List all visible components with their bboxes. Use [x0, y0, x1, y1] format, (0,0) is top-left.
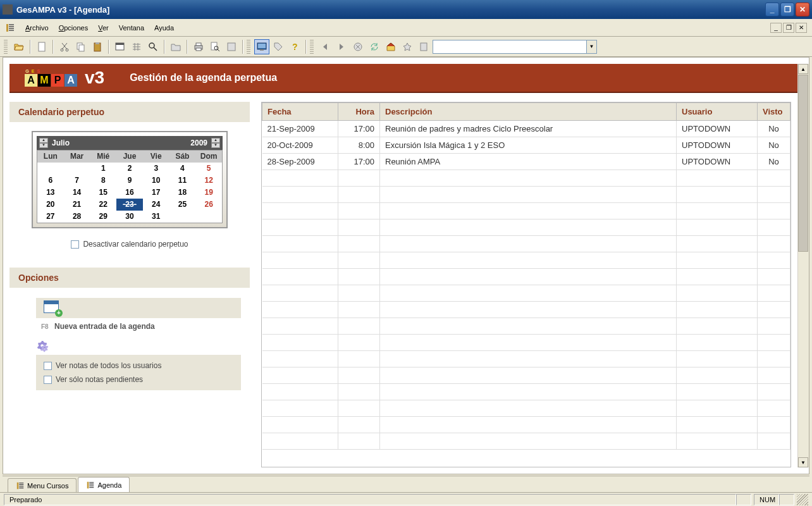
calendar-day[interactable]: 22 — [90, 199, 116, 211]
vertical-scrollbar[interactable]: ▲ ▼ — [797, 64, 809, 467]
year-spinner[interactable]: ▲ ▼ — [211, 138, 220, 148]
calendar-day[interactable]: 17 — [143, 187, 169, 199]
calendar-day[interactable]: -23- — [116, 199, 143, 211]
table-row[interactable] — [262, 302, 790, 318]
paste-button[interactable] — [90, 39, 105, 54]
table-row[interactable] — [262, 285, 790, 302]
table-row[interactable]: 20-Oct-20098:00Excursión Isla Mágica 1 y… — [262, 137, 790, 154]
tab-menu-cursos[interactable]: Menu Cursos — [8, 478, 77, 492]
tag-button[interactable] — [271, 39, 286, 54]
new-entry-button[interactable]: F8 Nueva entrada de la agenda — [41, 318, 241, 335]
calendar-day[interactable]: 25 — [169, 199, 196, 211]
table-row[interactable] — [262, 236, 790, 252]
tool-button-x[interactable] — [416, 39, 431, 54]
header-descripcion[interactable]: Descripción — [380, 103, 677, 121]
stop-button[interactable] — [350, 39, 366, 54]
table-row[interactable] — [262, 335, 790, 351]
calendar-day[interactable]: 10 — [143, 175, 169, 187]
table-row[interactable] — [262, 269, 790, 285]
tool-button-2[interactable] — [129, 39, 144, 54]
table-row[interactable] — [262, 252, 790, 269]
view-all-users-checkbox[interactable] — [44, 362, 52, 370]
menu-ayuda[interactable]: Ayuda — [149, 22, 179, 34]
scroll-thumb[interactable] — [798, 75, 808, 252]
header-hora[interactable]: Hora — [338, 103, 380, 121]
table-row[interactable]: 21-Sep-200917:00Reunión de padres y madr… — [262, 121, 790, 137]
back-button[interactable] — [317, 39, 333, 54]
calendar-day[interactable]: 1 — [90, 163, 116, 175]
header-visto[interactable]: Visto — [758, 103, 790, 121]
window-button[interactable] — [113, 39, 128, 54]
resize-grip[interactable] — [797, 494, 808, 505]
calendar-day[interactable]: 2 — [116, 163, 143, 175]
table-row[interactable] — [262, 384, 790, 400]
header-usuario[interactable]: Usuario — [677, 103, 758, 121]
scroll-down-button[interactable]: ▼ — [798, 457, 808, 467]
calendar-day[interactable]: 6 — [37, 175, 64, 187]
calendar-day[interactable]: 19 — [195, 187, 222, 199]
month-up-button[interactable]: ▲ — [39, 138, 48, 143]
year-up-button[interactable]: ▲ — [211, 138, 220, 143]
calendar-day[interactable]: 26 — [195, 199, 222, 211]
calendar-day[interactable]: 15 — [90, 187, 116, 199]
table-row[interactable] — [262, 187, 790, 203]
maximize-button[interactable]: ❐ — [780, 3, 794, 16]
table-row[interactable] — [262, 170, 790, 187]
mdi-close-button[interactable]: ✕ — [796, 23, 807, 33]
calendar-day[interactable]: 12 — [195, 175, 222, 187]
calendar-day[interactable]: 27 — [37, 211, 64, 223]
calendar-day[interactable]: 28 — [64, 211, 90, 223]
save-button[interactable] — [224, 39, 239, 54]
folder-button[interactable] — [168, 39, 183, 54]
calendar-day[interactable]: 18 — [169, 187, 196, 199]
table-row[interactable]: 28-Sep-200917:00Reunión AMPAUPTODOWNNo — [262, 154, 790, 170]
menu-opciones[interactable]: Opciones — [54, 22, 93, 34]
table-row[interactable] — [262, 351, 790, 367]
year-down-button[interactable]: ▼ — [211, 143, 220, 148]
help-button[interactable]: ? — [287, 39, 302, 54]
new-button[interactable] — [34, 39, 49, 54]
preview-button[interactable] — [207, 39, 223, 54]
forward-button[interactable] — [334, 39, 349, 54]
calendar-day[interactable]: 9 — [116, 175, 143, 187]
calendar-day[interactable]: 5 — [195, 163, 222, 175]
combo-dropdown-button[interactable]: ▼ — [586, 40, 596, 53]
search-button[interactable] — [145, 39, 161, 54]
calendar-day[interactable]: 20 — [37, 199, 64, 211]
table-row[interactable] — [262, 417, 790, 433]
print-button[interactable] — [191, 39, 206, 54]
table-row[interactable] — [262, 219, 790, 236]
table-row[interactable] — [262, 367, 790, 384]
calendar-day[interactable]: 8 — [90, 175, 116, 187]
deactivate-calendar-checkbox[interactable] — [71, 240, 79, 249]
menu-archivo[interactable]: Archivo — [20, 22, 54, 34]
calendar-day[interactable]: 24 — [143, 199, 169, 211]
header-fecha[interactable]: Fecha — [262, 103, 338, 121]
calendar-day[interactable]: 7 — [64, 175, 90, 187]
calendar-day[interactable]: 14 — [64, 187, 90, 199]
table-row[interactable] — [262, 203, 790, 219]
table-row[interactable] — [262, 433, 790, 450]
toolbar-grip-2[interactable] — [247, 40, 250, 54]
favorites-button[interactable] — [400, 39, 415, 54]
copy-button[interactable] — [73, 39, 89, 54]
month-down-button[interactable]: ▼ — [39, 143, 48, 148]
open-button[interactable] — [11, 39, 27, 54]
toolbar-grip[interactable] — [4, 40, 8, 54]
mdi-restore-button[interactable]: ❐ — [783, 23, 794, 33]
tab-agenda[interactable]: Agenda — [78, 477, 130, 492]
month-spinner[interactable]: ▲ ▼ — [39, 138, 48, 148]
calendar-day[interactable]: 21 — [64, 199, 90, 211]
calendar-day[interactable]: 11 — [169, 175, 196, 187]
scroll-up-button[interactable]: ▲ — [798, 64, 808, 74]
menu-ver[interactable]: Ver — [93, 22, 114, 34]
screen-button[interactable] — [254, 39, 269, 54]
toolbar-grip-3[interactable] — [310, 40, 314, 54]
menu-ventana[interactable]: Ventana — [114, 22, 149, 34]
calendar-day[interactable]: 29 — [90, 211, 116, 223]
refresh-button[interactable] — [367, 39, 382, 54]
calendar-day[interactable]: 13 — [37, 187, 64, 199]
address-input[interactable] — [433, 40, 586, 53]
minimize-button[interactable]: _ — [765, 3, 779, 16]
address-combo[interactable]: ▼ — [433, 40, 597, 54]
